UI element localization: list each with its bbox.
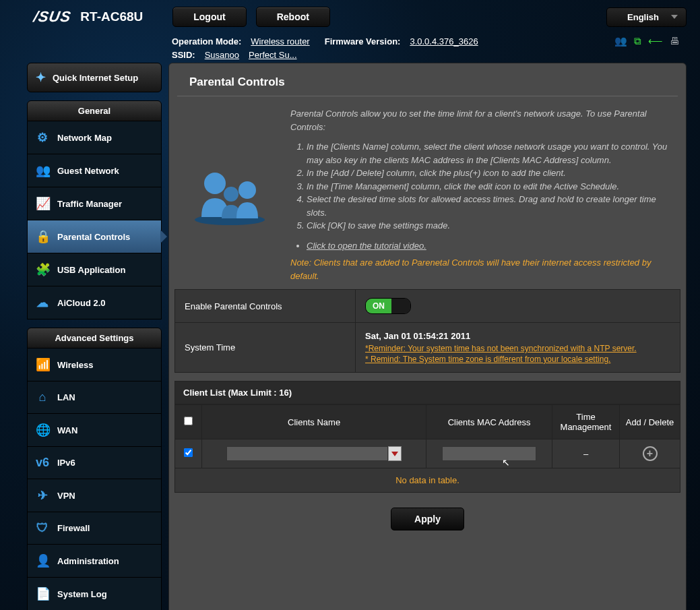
nav-icon: ✈	[36, 488, 49, 503]
client-mac-input[interactable]	[442, 446, 536, 461]
instruction-step: Select the desired time slots for allowe…	[307, 193, 672, 219]
qis-label: Quick Internet Setup	[53, 73, 138, 83]
nav-icon: 👥	[36, 163, 49, 178]
svg-point-2	[224, 187, 238, 202]
nav-icon: 🛡	[36, 521, 49, 535]
col-time: Time Management	[552, 405, 620, 439]
instruction-step: In the [Time Management] column, click t…	[307, 180, 672, 193]
nav-label: Guest Network	[57, 166, 119, 176]
quick-internet-setup[interactable]: ✦ Quick Internet Setup	[27, 63, 162, 92]
row-checkbox[interactable]	[184, 448, 193, 457]
op-mode-link[interactable]: Wireless router	[251, 36, 309, 47]
sidebar-item-usb-application[interactable]: 🧩USB Application	[28, 253, 161, 286]
sidebar-item-firewall[interactable]: 🛡Firewall	[28, 512, 161, 545]
nav-label: USB Application	[57, 265, 125, 275]
nav-icon: 🧩	[36, 262, 49, 277]
apply-button[interactable]: Apply	[391, 508, 464, 530]
nav-icon: 🔒	[36, 229, 49, 244]
time-mgmt-cell: –	[552, 439, 620, 468]
sidebar-item-wan[interactable]: 🌐WAN	[28, 414, 161, 447]
nav-label: Wireless	[57, 360, 93, 370]
ntp-reminder-link[interactable]: *Reminder: Your system time has not been…	[365, 344, 670, 353]
client-name-dropdown-button[interactable]	[388, 446, 402, 461]
nav-icon: ☁	[36, 295, 49, 310]
sidebar-item-vpn[interactable]: ✈VPN	[28, 479, 161, 512]
intro-text: Parental Controls allow you to set the t…	[290, 107, 672, 133]
nav-label: Firewall	[57, 523, 90, 533]
op-mode-label: Operation Mode:	[172, 36, 241, 47]
sidebar-item-ipv6[interactable]: v6IPv6	[28, 447, 161, 479]
nav-label: AiCloud 2.0	[57, 298, 106, 308]
reboot-button[interactable]: Reboot	[256, 7, 330, 27]
sidebar-item-system-log[interactable]: 📄System Log	[28, 578, 161, 610]
add-client-button[interactable]: +	[643, 446, 658, 461]
ssid1-link[interactable]: Susanoo	[205, 50, 239, 60]
page-title: Parental Controls	[177, 63, 678, 96]
svg-point-3	[238, 181, 256, 199]
client-list-header: Client List (Max Limit : 16)	[174, 381, 680, 404]
nav-label: Administration	[57, 556, 119, 566]
language-dropdown[interactable]: English	[606, 7, 687, 27]
wand-icon: ✦	[36, 70, 46, 85]
nav-label: System Log	[57, 589, 107, 599]
nav-icon: 📶	[36, 357, 49, 372]
client-name-input[interactable]	[226, 446, 388, 461]
nav-icon: v6	[36, 456, 49, 470]
ssid2-link[interactable]: Perfect Su...	[249, 50, 297, 60]
chevron-down-icon	[671, 15, 678, 19]
fw-label: Firmware Version:	[325, 36, 401, 47]
logout-button[interactable]: Logout	[172, 7, 246, 27]
tz-reminder-link[interactable]: * Remind: The System time zone is differ…	[365, 355, 670, 364]
nav-label: IPv6	[57, 458, 75, 468]
sidebar-item-network-map[interactable]: ⚙Network Map	[28, 121, 161, 154]
nav-label: VPN	[57, 491, 75, 501]
no-data-message: No data in table.	[174, 468, 680, 493]
nav-icon: ⌂	[36, 390, 49, 404]
nav-icon: 👤	[36, 553, 49, 568]
nav-label: Traffic Manager	[57, 199, 122, 209]
network-icon[interactable]: ⧉	[634, 35, 641, 47]
col-mac: Clients MAC Address	[426, 405, 552, 439]
toggle-on-label: ON	[366, 299, 391, 313]
enable-label: Enable Parental Controls	[175, 290, 356, 323]
nav-label: Network Map	[57, 133, 112, 143]
instruction-step: In the [Add / Delete] column, click the …	[307, 166, 672, 180]
system-time: Sat, Jan 01 01:54:21 2011	[365, 331, 670, 341]
ssid-label: SSID:	[172, 50, 195, 60]
nav-icon: 🌐	[36, 423, 49, 437]
nav-icon: ⚙	[36, 130, 49, 145]
sidebar-item-guest-network[interactable]: 👥Guest Network	[28, 154, 161, 187]
tutorial-link[interactable]: Click to open the tutorial video.	[307, 241, 426, 251]
table-row: – +	[175, 439, 680, 468]
sidebar-item-lan[interactable]: ⌂LAN	[28, 382, 161, 414]
usb-icon[interactable]: ⟵	[648, 35, 663, 47]
dropdown-triangle-icon	[391, 452, 398, 456]
sidebar-item-parental-controls[interactable]: 🔒Parental Controls	[28, 220, 161, 253]
nav-label: Parental Controls	[57, 232, 130, 242]
general-header: General	[27, 100, 162, 121]
model-name: RT-AC68U	[80, 9, 143, 24]
instruction-step: Click [OK] to save the settings made.	[307, 219, 672, 233]
col-add: Add / Delete	[620, 405, 680, 439]
nav-icon: 📈	[36, 196, 49, 211]
language-label: English	[627, 12, 659, 22]
enable-toggle[interactable]: ON	[365, 298, 411, 314]
sidebar-item-aicloud-2-0[interactable]: ☁AiCloud 2.0	[28, 286, 161, 319]
systime-label: System Time	[175, 323, 356, 373]
sidebar-item-wireless[interactable]: 📶Wireless	[28, 348, 161, 382]
instruction-step: In the [Clients Name] column, select the…	[307, 140, 672, 166]
advanced-header: Advanced Settings	[27, 328, 162, 348]
select-all-checkbox[interactable]	[184, 417, 193, 425]
col-name: Clients Name	[202, 405, 426, 439]
toggle-off-side	[391, 299, 410, 313]
brand-logo: /SUS	[32, 8, 73, 26]
printer-icon[interactable]: 🖶	[670, 35, 680, 47]
sidebar-item-traffic-manager[interactable]: 📈Traffic Manager	[28, 187, 161, 220]
family-icon	[183, 107, 277, 282]
clients-icon[interactable]: 👥	[614, 35, 627, 47]
nav-icon: 📄	[36, 586, 49, 601]
nav-label: LAN	[57, 392, 75, 402]
fw-link[interactable]: 3.0.0.4.376_3626	[410, 36, 478, 47]
sidebar-item-administration[interactable]: 👤Administration	[28, 545, 161, 578]
svg-point-1	[204, 173, 226, 194]
